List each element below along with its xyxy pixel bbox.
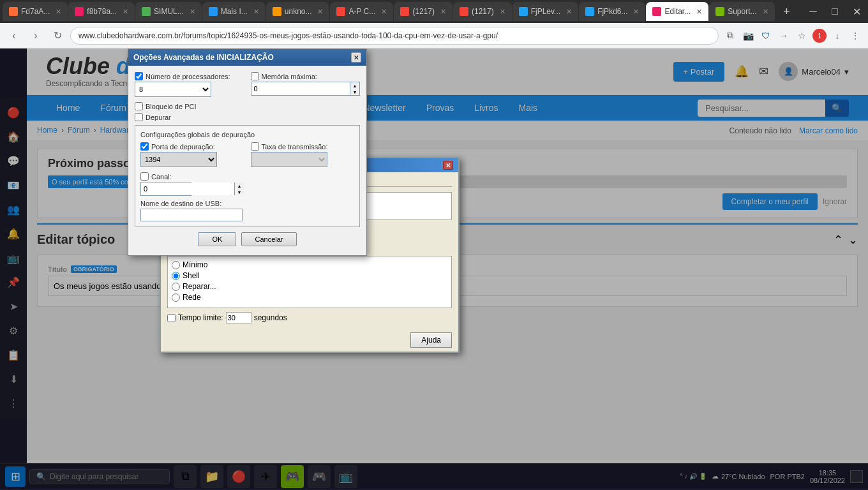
bookmark-icon[interactable]: ☆ (794, 28, 809, 43)
share-icon[interactable]: → (776, 28, 791, 43)
usb-dest-row: Nome de destino de USB: (140, 200, 354, 221)
tab-label-5: unkno... (285, 7, 312, 16)
transmission-rate-checkbox[interactable] (251, 142, 259, 151)
screenshot-icon[interactable]: 📷 (740, 28, 756, 43)
channel-checkbox[interactable] (140, 172, 149, 181)
reload-button[interactable]: ↻ (49, 27, 66, 45)
tab-favicon-3 (142, 7, 151, 16)
channel-label: Canal: (140, 172, 354, 181)
tab-8[interactable]: (1217) ✕ (453, 2, 512, 21)
tab-11[interactable]: Editar... ✕ (646, 2, 708, 21)
advanced-dialog: Opções Avançadas de INICIALIZAÇÃO ✕ Núme… (128, 48, 367, 256)
tab-close-7[interactable]: ✕ (440, 8, 446, 16)
tab-close-6[interactable]: ✕ (381, 8, 387, 16)
memory-spin-down[interactable]: ▼ (350, 89, 359, 95)
memory-input[interactable] (251, 82, 350, 95)
transmission-rate-col: Taxa de transmissão: (251, 142, 355, 167)
radio-reparar[interactable]: Reparar... (172, 282, 447, 291)
memory-spin-arrows: ▲ ▼ (350, 82, 359, 95)
transmission-rate-label-text: Taxa de transmissão: (262, 143, 328, 151)
debug-row-1: Porta de depuração: 1394 Taxa de transmi… (140, 142, 354, 167)
tab-label-2: f8b78a... (87, 7, 117, 16)
radio-rede[interactable]: Rede (172, 293, 447, 302)
tab-close-8[interactable]: ✕ (500, 8, 505, 16)
tab-favicon-6 (336, 7, 345, 16)
ok-button[interactable]: OK (198, 232, 236, 246)
new-tab-button[interactable]: + (778, 3, 796, 20)
tab-close-9[interactable]: ✕ (566, 8, 572, 16)
tab-label-8: (1217) (472, 7, 494, 16)
tab-label-4: Mais I... (221, 7, 248, 16)
memory-checkbox-label: Memória máxima: (251, 72, 361, 80)
debug-checkbox-row: Depurar (135, 113, 360, 121)
config-help-button[interactable]: Ajuda (410, 332, 452, 348)
tab-close-5[interactable]: ✕ (317, 8, 323, 16)
tab-close-3[interactable]: ✕ (190, 8, 195, 16)
maximize-button[interactable]: □ (826, 3, 844, 20)
tab-9[interactable]: FjPLev... ✕ (513, 2, 578, 21)
tab-4[interactable]: Mais I... ✕ (202, 2, 266, 21)
debug-port-select-container: 1394 (140, 152, 217, 167)
cancel-button[interactable]: Cancelar (241, 232, 296, 246)
tab-bar: Fd7aA... ✕ f8b78a... ✕ SIMUL... ✕ Mais I… (0, 0, 868, 23)
extensions-icon[interactable]: ⧉ (722, 28, 738, 43)
advanced-dialog-title: Opções Avançadas de INICIALIZAÇÃO ✕ (128, 49, 366, 66)
memory-spinner: ▲ ▼ (251, 82, 361, 96)
profile-icon[interactable]: 1 (812, 28, 827, 43)
radio-minimo[interactable]: Mínimo (172, 260, 447, 269)
usb-dest-input[interactable] (140, 209, 243, 221)
channel-spin-arrows: ▲ ▼ (234, 182, 244, 195)
memory-spin-up[interactable]: ▲ (350, 82, 359, 89)
pci-block-checkbox-row: Bloqueio de PCI (135, 102, 360, 110)
tab-3[interactable]: SIMUL... ✕ (135, 2, 202, 21)
forward-button[interactable]: › (27, 27, 45, 45)
timeout-checkbox[interactable] (167, 314, 176, 322)
vpn-icon[interactable]: 🛡 (758, 28, 774, 43)
back-button[interactable]: ‹ (5, 27, 23, 45)
tab-6[interactable]: A-P C... ✕ (330, 2, 393, 21)
tab-close-10[interactable]: ✕ (633, 8, 639, 16)
settings-icon[interactable]: ⋮ (848, 28, 863, 43)
memory-checkbox[interactable] (251, 72, 259, 80)
config-dialog-close-button[interactable]: ✕ (443, 161, 453, 170)
tab-favicon-11 (652, 7, 661, 16)
timeout-input[interactable] (226, 312, 251, 323)
processors-checkbox[interactable] (135, 72, 143, 80)
tab-10[interactable]: FjPkd6... ✕ (579, 2, 645, 21)
channel-label-text: Canal: (151, 173, 172, 181)
tab-label-9: FjPLev... (531, 7, 560, 16)
debug-port-checkbox[interactable] (140, 142, 149, 151)
tab-close-12[interactable]: ✕ (763, 8, 768, 16)
pci-block-checkbox[interactable] (135, 102, 143, 110)
tab-12[interactable]: Suport... ✕ (709, 2, 774, 21)
radio-shell[interactable]: Shell (172, 271, 447, 280)
tab-1[interactable]: Fd7aA... ✕ (3, 2, 68, 21)
close-window-button[interactable]: ✕ (848, 3, 865, 20)
channel-spin-down[interactable]: ▼ (235, 189, 244, 195)
transmission-rate-select[interactable] (251, 152, 327, 167)
debug-checkbox[interactable] (135, 113, 143, 121)
tab-2[interactable]: f8b78a... ✕ (68, 2, 135, 21)
advanced-dialog-close-button[interactable]: ✕ (351, 52, 361, 63)
minimize-button[interactable]: ─ (804, 3, 822, 20)
channel-spin-up[interactable]: ▲ (235, 182, 244, 189)
processors-checkbox-label: Número de processadores: (135, 72, 244, 80)
debug-port-select[interactable]: 1394 (141, 152, 216, 167)
tab-label-7: (1217) (412, 7, 435, 16)
channel-input[interactable] (141, 182, 234, 195)
tab-close-4[interactable]: ✕ (253, 8, 259, 16)
browser-nav-icons: ⧉ 📷 🛡 → ☆ 1 ↓ ⋮ (722, 28, 863, 43)
tab-favicon-12 (715, 7, 724, 16)
address-bar[interactable] (70, 27, 719, 45)
tab-5[interactable]: unkno... ✕ (266, 2, 330, 21)
tab-close-2[interactable]: ✕ (123, 8, 128, 16)
advanced-dialog-body: Número de processadores: 8 12416 Memória… (128, 66, 366, 255)
download-icon[interactable]: ↓ (830, 28, 845, 43)
tab-close-1[interactable]: ✕ (56, 8, 61, 16)
channel-spinner: ▲ ▼ (140, 182, 191, 196)
page-wrapper: 🔴 🏠 💬 📧 👥 🔔 📺 📌 ➤ ⚙ 📋 ⬇ ⋮ Clube do Hardw… (0, 48, 868, 489)
processors-select[interactable]: 8 12416 (135, 82, 211, 96)
tab-7[interactable]: (1217) ✕ (394, 2, 453, 21)
tab-close-11[interactable]: ✕ (696, 8, 702, 16)
tab-label-10: FjPkd6... (597, 7, 627, 16)
